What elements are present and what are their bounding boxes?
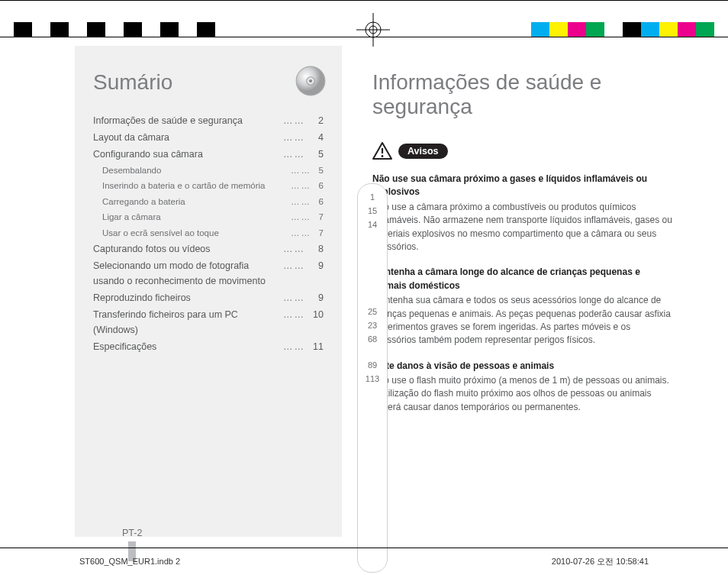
cal-swatch bbox=[623, 22, 641, 37]
toc-dots: …… bbox=[283, 258, 305, 273]
toc-subitem[interactable]: Desembalando……5 bbox=[93, 163, 324, 177]
side-number: 14 bbox=[368, 218, 377, 231]
toc-dots: …… bbox=[283, 147, 305, 162]
cal-swatch bbox=[586, 22, 604, 37]
page-title: Informações de saúde e segurança bbox=[372, 70, 675, 119]
toc-item-page: 10 bbox=[308, 307, 324, 322]
toc-item-page: 8 bbox=[308, 241, 324, 257]
toc-title: Sumário bbox=[93, 70, 324, 95]
top-rule bbox=[0, 0, 728, 1]
toc-dots: …… bbox=[291, 210, 311, 224]
cal-swatch bbox=[124, 22, 142, 37]
cal-swatch bbox=[87, 22, 105, 37]
content-panel: Informações de saúde e segurança Avisos … bbox=[365, 46, 682, 537]
toc-dots: …… bbox=[283, 307, 305, 322]
warning-heading: Mantenha a câmara longe do alcance de cr… bbox=[372, 266, 675, 292]
cal-swatch bbox=[678, 22, 696, 37]
warning-heading: Evite danos à visão de pessoas e animais bbox=[372, 360, 675, 373]
toc-panel: Sumário Informações de saúde e segurança… bbox=[75, 46, 342, 537]
toc-subitem-page: 6 bbox=[314, 179, 324, 192]
footer-rule bbox=[0, 548, 728, 548]
side-number: 15 bbox=[368, 204, 377, 218]
side-number-column: 1151425236889113 bbox=[357, 183, 388, 573]
toc-item-page: 4 bbox=[308, 130, 324, 145]
cal-swatch bbox=[69, 22, 87, 37]
svg-point-6 bbox=[309, 79, 312, 82]
toc-item-page: 9 bbox=[308, 290, 324, 305]
warning-body: Não use a câmara próximo a combustíveis … bbox=[372, 201, 675, 254]
toc-item[interactable]: Selecionando um modo de fotografia usand… bbox=[93, 258, 324, 289]
toc-dots: …… bbox=[291, 195, 311, 208]
side-number: 113 bbox=[366, 372, 379, 386]
toc-list: Informações de saúde e segurança……2Layou… bbox=[93, 113, 324, 356]
toc-dots: …… bbox=[291, 163, 311, 177]
cal-swatch bbox=[160, 22, 179, 37]
toc-dots: …… bbox=[283, 113, 305, 128]
cal-swatch bbox=[696, 22, 714, 37]
toc-subitem-page: 5 bbox=[314, 163, 324, 177]
toc-item[interactable]: Capturando fotos ou vídeos……8 bbox=[93, 241, 324, 257]
toc-subitem-label: Inserindo a bateria e o cartão de memóri… bbox=[102, 179, 288, 192]
toc-item-label: Configurando sua câmara bbox=[93, 147, 280, 162]
toc-item-label: Reproduzindo ficheiros bbox=[93, 290, 280, 305]
toc-item[interactable]: Informações de saúde e segurança……2 bbox=[93, 113, 324, 128]
toc-item-label: Capturando fotos ou vídeos bbox=[93, 241, 280, 257]
page-number-text: PT-2 bbox=[122, 528, 142, 538]
top-rule-2 bbox=[0, 37, 728, 37]
warning-body: Não use o flash muito próximo (a menos d… bbox=[372, 374, 675, 414]
toc-subitem[interactable]: Carregando a bateria……6 bbox=[93, 195, 324, 208]
cal-swatch bbox=[641, 22, 659, 37]
toc-subitem-page: 6 bbox=[314, 195, 324, 208]
side-number: 68 bbox=[368, 332, 377, 346]
cal-swatch bbox=[105, 22, 124, 37]
warning-body: Mantenha sua câmara e todos os seus aces… bbox=[372, 294, 675, 347]
warning-block: Não use sua câmara próximo a gases e líq… bbox=[372, 173, 675, 254]
side-number: 25 bbox=[368, 305, 377, 318]
toc-item-label: Layout da câmara bbox=[93, 130, 280, 145]
toc-subitem[interactable]: Usar o ecrã sensível ao toque……7 bbox=[93, 226, 324, 240]
toc-item-page: 5 bbox=[308, 147, 324, 162]
warning-block: Mantenha a câmara longe do alcance de cr… bbox=[372, 266, 675, 347]
toc-item[interactable]: Layout da câmara……4 bbox=[93, 130, 324, 145]
cal-swatches-right bbox=[531, 22, 714, 37]
cal-swatch bbox=[50, 22, 69, 37]
avisos-heading: Avisos bbox=[372, 142, 675, 160]
cal-swatch bbox=[568, 22, 586, 37]
warning-icon bbox=[372, 142, 392, 160]
page-body: Sumário Informações de saúde e segurança… bbox=[75, 46, 682, 537]
toc-item-label: Transferindo ficheiros para um PC (Windo… bbox=[93, 307, 280, 338]
side-number: 89 bbox=[368, 358, 377, 372]
cal-swatches-left bbox=[14, 22, 215, 37]
cal-swatch bbox=[179, 22, 197, 37]
toc-item[interactable]: Configurando sua câmara……5 bbox=[93, 147, 324, 162]
toc-subitem-page: 7 bbox=[314, 226, 324, 240]
cal-swatch bbox=[659, 22, 678, 37]
cal-swatch bbox=[32, 22, 50, 37]
toc-subitem[interactable]: Inserindo a bateria e o cartão de memóri… bbox=[93, 179, 324, 192]
toc-item[interactable]: Especificações……11 bbox=[93, 339, 324, 354]
toc-dots: …… bbox=[283, 241, 305, 257]
toc-subitem-page: 7 bbox=[314, 210, 324, 224]
toc-item-label: Selecionando um modo de fotografia usand… bbox=[93, 258, 280, 289]
cal-swatch bbox=[604, 22, 623, 37]
registration-mark bbox=[355, 11, 391, 48]
toc-item[interactable]: Transferindo ficheiros para um PC (Windo… bbox=[93, 307, 324, 338]
toc-item-page: 9 bbox=[308, 258, 324, 273]
toc-dots: …… bbox=[283, 290, 305, 305]
side-number: 1 bbox=[370, 190, 375, 204]
toc-dots: …… bbox=[291, 226, 311, 240]
toc-item[interactable]: Reproduzindo ficheiros……9 bbox=[93, 290, 324, 305]
toc-subitem-label: Desembalando bbox=[102, 163, 288, 177]
slug-footer: ST600_QSM_EUR1.indb 2 2010-07-26 오전 10:5… bbox=[0, 548, 728, 575]
toc-item-label: Especificações bbox=[93, 339, 280, 354]
toc-subitem[interactable]: Ligar a câmara……7 bbox=[93, 210, 324, 224]
warning-heading: Não use sua câmara próximo a gases e líq… bbox=[372, 173, 675, 199]
toc-item-page: 2 bbox=[308, 113, 324, 128]
avisos-label: Avisos bbox=[398, 144, 448, 159]
warning-blocks: Não use sua câmara próximo a gases e líq… bbox=[372, 173, 675, 414]
toc-subitem-label: Usar o ecrã sensível ao toque bbox=[102, 226, 288, 240]
cal-swatch bbox=[14, 22, 32, 37]
toc-dots: …… bbox=[283, 130, 305, 145]
toc-dots: …… bbox=[283, 339, 305, 354]
cal-swatch bbox=[549, 22, 568, 37]
